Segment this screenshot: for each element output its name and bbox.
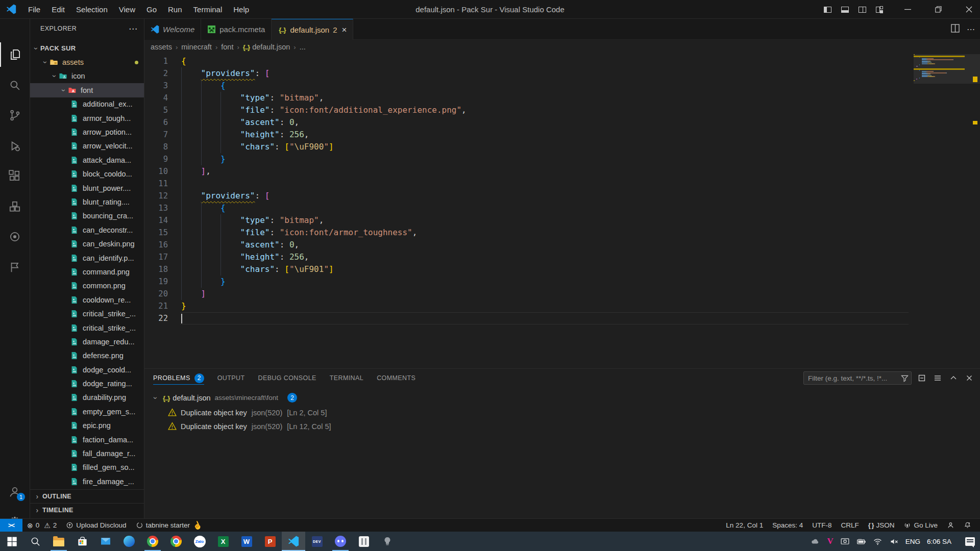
tree-root-pack-sur[interactable]: ›PACK SUR bbox=[30, 41, 144, 55]
code-line[interactable]: 20 ] bbox=[144, 288, 980, 300]
upload-discloud-button[interactable]: Upload Discloud bbox=[61, 519, 131, 532]
taskbar-chrome-2-button[interactable] bbox=[164, 532, 188, 551]
code-editor[interactable]: 1{2 "providers": [3 {4 "type": "bitmap",… bbox=[144, 54, 980, 368]
tabnine-status[interactable]: tabnine starter☝ bbox=[131, 519, 207, 532]
taskbar-chrome-1-button[interactable] bbox=[141, 532, 164, 551]
file-item[interactable]: attack_dama... bbox=[30, 153, 144, 167]
folder-item-icon[interactable]: ›icon bbox=[30, 69, 144, 83]
problems-file-group[interactable]: ›{..}default.jsonassets\minecraft\font2 bbox=[144, 391, 980, 405]
code-line[interactable]: 18 "chars": ["\uF901"] bbox=[144, 263, 980, 276]
breadcrumb-item[interactable]: minecraft bbox=[181, 43, 212, 51]
file-item[interactable]: faction_dama... bbox=[30, 433, 144, 446]
file-item[interactable]: command.png bbox=[30, 265, 144, 279]
file-item[interactable]: block_cooldo... bbox=[30, 167, 144, 181]
file-item[interactable]: common.png bbox=[30, 279, 144, 293]
notifications-bell-icon[interactable] bbox=[959, 519, 976, 532]
close-panel-icon[interactable] bbox=[964, 372, 975, 384]
panel-tab-terminal[interactable]: TERMINAL bbox=[330, 369, 363, 387]
file-item[interactable]: dodge_rating... bbox=[30, 377, 144, 390]
tray-volume-muted-icon[interactable] bbox=[889, 537, 899, 546]
taskbar-excel-button[interactable]: X bbox=[211, 532, 235, 551]
code-line[interactable]: 16 "ascent": 0, bbox=[144, 239, 980, 251]
file-item[interactable]: empty_gem_s... bbox=[30, 405, 144, 418]
status-encoding[interactable]: UTF-8 bbox=[807, 519, 836, 532]
toggle-panel-icon[interactable] bbox=[836, 0, 853, 19]
file-item[interactable]: additional_ex... bbox=[30, 97, 144, 111]
line-number[interactable]: 3 bbox=[144, 80, 168, 92]
code-line[interactable]: 5 "file": "icon:font/additional_experien… bbox=[144, 104, 980, 116]
panel-tab-output[interactable]: OUTPUT bbox=[217, 369, 245, 387]
code-line[interactable]: 1{ bbox=[144, 55, 980, 67]
customize-layout-icon[interactable] bbox=[871, 0, 888, 19]
taskbar-powerpoint-button[interactable]: P bbox=[258, 532, 282, 551]
split-editor-icon[interactable] bbox=[951, 24, 960, 35]
panel-tab-debug-console[interactable]: DEBUG CONSOLE bbox=[258, 369, 316, 387]
editor-more-actions-icon[interactable]: ⋯ bbox=[967, 24, 975, 34]
tab-default-json[interactable]: {..}default.json2× bbox=[272, 19, 353, 40]
taskbar-word-button[interactable]: W bbox=[235, 532, 258, 551]
code-line[interactable]: 14 "type": "bitmap", bbox=[144, 214, 980, 227]
code-line[interactable]: 12 "providers": [ bbox=[144, 190, 980, 202]
restore-button[interactable] bbox=[927, 0, 949, 19]
file-item[interactable]: armor_tough... bbox=[30, 111, 144, 125]
problems-filter-input[interactable] bbox=[803, 371, 912, 385]
menu-file[interactable]: File bbox=[22, 0, 46, 18]
taskbar-zalo-button[interactable]: Zalo bbox=[188, 532, 211, 551]
tray-wifi-icon[interactable] bbox=[873, 537, 883, 546]
line-number[interactable]: 9 bbox=[144, 153, 168, 165]
code-line[interactable]: 6 "ascent": 0, bbox=[144, 116, 980, 129]
file-item[interactable]: fall_damage_r... bbox=[30, 446, 144, 460]
menu-go[interactable]: Go bbox=[141, 0, 162, 18]
file-item[interactable]: blunt_rating.... bbox=[30, 195, 144, 209]
panel-tab-comments[interactable]: COMMENTS bbox=[377, 369, 415, 387]
explorer-icon[interactable] bbox=[0, 42, 30, 67]
section-timeline[interactable]: ›TIMELINE bbox=[30, 503, 144, 517]
tray-clock[interactable]: 6:06 SA bbox=[927, 538, 951, 545]
toggle-sidebar-icon[interactable] bbox=[819, 0, 836, 19]
taskbar-edge-button[interactable] bbox=[117, 532, 141, 551]
code-line[interactable]: 3 { bbox=[144, 80, 980, 92]
folder-item-font[interactable]: ›Afont bbox=[30, 83, 144, 97]
maximize-panel-icon[interactable] bbox=[948, 372, 959, 384]
close-button[interactable] bbox=[958, 0, 980, 19]
packages-icon[interactable] bbox=[0, 194, 30, 219]
line-number[interactable]: 16 bbox=[144, 239, 168, 251]
code-line[interactable]: 11 bbox=[144, 178, 980, 190]
line-number[interactable]: 6 bbox=[144, 116, 168, 129]
file-item[interactable]: defense.png bbox=[30, 349, 144, 363]
line-number[interactable]: 21 bbox=[144, 300, 168, 312]
line-number[interactable]: 17 bbox=[144, 251, 168, 263]
file-item[interactable]: critical_strike_... bbox=[30, 307, 144, 320]
taskbar-store-button[interactable] bbox=[70, 532, 94, 551]
problems-status[interactable]: ⊗0⚠2 bbox=[22, 519, 61, 532]
extensions-icon[interactable] bbox=[0, 164, 30, 188]
toggle-secondary-sidebar-icon[interactable] bbox=[853, 0, 871, 19]
file-item[interactable]: durability.png bbox=[30, 391, 144, 405]
collapse-all-icon[interactable] bbox=[916, 372, 927, 384]
taskbar-file-explorer-button[interactable] bbox=[47, 532, 70, 551]
line-number[interactable]: 12 bbox=[144, 190, 168, 202]
code-line[interactable]: 9 } bbox=[144, 153, 980, 165]
line-number[interactable]: 20 bbox=[144, 288, 168, 300]
line-number[interactable]: 22 bbox=[144, 312, 168, 324]
panel-tab-problems[interactable]: PROBLEMS2 bbox=[153, 369, 204, 387]
tray-action-center-icon[interactable] bbox=[965, 537, 975, 546]
code-line[interactable]: 22 bbox=[144, 312, 980, 324]
line-number[interactable]: 5 bbox=[144, 104, 168, 116]
line-number[interactable]: 10 bbox=[144, 165, 168, 178]
file-item[interactable]: arrow_potion... bbox=[30, 125, 144, 139]
taskbar-vscode-button[interactable] bbox=[282, 532, 305, 551]
breadcrumb-item[interactable]: default.json bbox=[252, 43, 290, 51]
tray-cast-icon[interactable] bbox=[840, 537, 850, 546]
taskbar-start-button[interactable] bbox=[0, 532, 23, 551]
file-item[interactable]: arrow_velocit... bbox=[30, 139, 144, 153]
tray-vietkey-indicator[interactable]: V bbox=[827, 536, 833, 546]
code-line[interactable]: 7 "height": 256, bbox=[144, 129, 980, 141]
tray-battery-icon[interactable] bbox=[856, 537, 866, 546]
source-control-icon[interactable] bbox=[0, 103, 30, 128]
close-tab-icon[interactable]: × bbox=[342, 26, 347, 34]
go-live-button[interactable]: Go Live bbox=[899, 519, 942, 532]
tabnine-icon[interactable] bbox=[0, 224, 30, 249]
line-number[interactable]: 14 bbox=[144, 214, 168, 227]
remote-flag-icon[interactable] bbox=[0, 255, 30, 280]
